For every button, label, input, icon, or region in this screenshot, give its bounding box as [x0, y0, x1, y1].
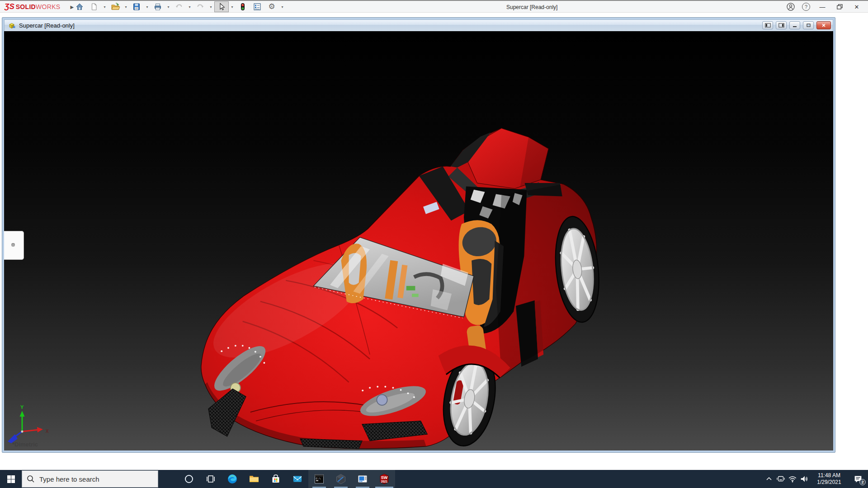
chevron-up-icon: [764, 474, 774, 483]
select-cursor-icon: [217, 2, 226, 11]
taskbar-search[interactable]: [22, 470, 158, 488]
open-folder-icon: [110, 2, 120, 11]
taskbar-cortana-button[interactable]: [178, 470, 200, 488]
quick-access-toolbar: ▾ ▾ ▾: [72, 1, 286, 13]
start-button[interactable]: [0, 470, 22, 488]
taskbar-command-prompt-button[interactable]: C:\: [308, 470, 330, 488]
options-dropdown[interactable]: ▾: [279, 1, 286, 12]
undo-button[interactable]: [172, 1, 186, 12]
document-window-controls: ✕: [762, 21, 831, 29]
taskbar-store-button[interactable]: [265, 470, 287, 488]
taskbar-solidworks-button[interactable]: SW 2021: [373, 470, 395, 488]
account-icon: [786, 2, 795, 11]
tray-volume-button[interactable]: [798, 470, 810, 488]
microsoft-store-icon: [271, 474, 281, 484]
view-orientation-label: *Dimetric: [12, 441, 38, 448]
orientation-triad: Y X: [8, 404, 49, 443]
taskbar-apps: C:\: [178, 470, 395, 488]
clock-date: 1/29/2021: [813, 479, 845, 486]
graphics-viewport[interactable]: Y X *Dimetric: [4, 31, 833, 450]
document-titlebar[interactable]: Supercar [Read-only]: [4, 19, 833, 31]
notification-count-badge: 2: [859, 479, 866, 485]
speaker-icon: [799, 474, 809, 484]
taskbar-file-explorer-button[interactable]: [243, 470, 265, 488]
taskbar-mail-button[interactable]: [287, 470, 308, 488]
search-icon: [27, 475, 35, 483]
tray-chevron-button[interactable]: [763, 470, 775, 488]
windows-logo-icon: [7, 475, 15, 483]
print-dropdown[interactable]: ▾: [165, 1, 172, 12]
taskbar-remote-desktop-button[interactable]: [352, 470, 373, 488]
property-sheet-button[interactable]: [250, 1, 264, 12]
triad-y-label: Y: [20, 404, 24, 410]
pane-handle-grip-icon: [11, 243, 15, 247]
redo-icon: [196, 2, 205, 11]
taskbar-edrawings-button[interactable]: [330, 470, 352, 488]
open-button[interactable]: [108, 1, 123, 12]
document-title: Supercar [Read-only]: [19, 22, 75, 29]
remote-desktop-icon: [357, 474, 368, 484]
search-input[interactable]: [39, 475, 148, 483]
windows-taskbar: C:\: [0, 470, 868, 488]
taskbar-clock[interactable]: 11:48 AM 1/29/2021: [813, 472, 845, 486]
restore-button[interactable]: [831, 1, 848, 13]
assembly-document-icon[interactable]: [8, 22, 16, 29]
app-window-title: Supercar [Read-only]: [506, 4, 557, 10]
taskbar-task-view-button[interactable]: [200, 470, 222, 488]
solidworks-2021-icon: SW 2021: [378, 473, 390, 485]
cortana-icon: [184, 474, 194, 484]
pane-right-button[interactable]: [776, 21, 787, 29]
undo-dropdown[interactable]: ▾: [186, 1, 193, 12]
new-document-button[interactable]: [87, 1, 101, 12]
action-center-button[interactable]: 2: [848, 470, 868, 488]
file-explorer-icon: [249, 474, 259, 484]
restore-icon: [806, 23, 811, 28]
print-button[interactable]: [151, 1, 165, 12]
taskbar-edge-button[interactable]: [222, 470, 243, 488]
solidworks-logo: ƷS SOLID WORKS ▶: [5, 1, 74, 13]
select-tool-dropdown[interactable]: ▾: [229, 1, 236, 12]
pane-left-button[interactable]: [762, 21, 773, 29]
save-icon: [132, 2, 141, 11]
clock-time: 11:48 AM: [813, 472, 845, 479]
tray-wifi-button[interactable]: [787, 470, 798, 488]
app-titlebar[interactable]: ƷS SOLID WORKS ▶ ▾: [0, 0, 868, 13]
minimize-icon: [793, 23, 797, 28]
pane-right-icon: [778, 23, 784, 28]
minimize-button[interactable]: —: [814, 1, 831, 13]
new-document-dropdown[interactable]: ▾: [101, 1, 108, 12]
select-tool-button[interactable]: [214, 1, 229, 12]
tray-device-button[interactable]: [775, 470, 787, 488]
redo-dropdown[interactable]: ▾: [208, 1, 214, 12]
document-close-button[interactable]: ✕: [816, 21, 831, 29]
open-dropdown[interactable]: ▾: [123, 1, 129, 12]
rebuild-indicator-button[interactable]: [236, 1, 250, 12]
task-view-icon: [206, 474, 216, 484]
save-dropdown[interactable]: ▾: [144, 1, 151, 12]
redo-button[interactable]: [193, 1, 208, 12]
close-button[interactable]: ✕: [848, 1, 865, 13]
wifi-icon: [788, 474, 797, 484]
save-button[interactable]: [129, 1, 144, 12]
help-icon: ?: [802, 3, 810, 11]
traffic-light-icon: [238, 2, 247, 11]
restore-icon: [837, 4, 843, 9]
undo-icon: [175, 2, 184, 11]
document-minimize-button[interactable]: [789, 21, 800, 29]
mail-icon: [292, 474, 303, 484]
help-button[interactable]: ?: [798, 1, 814, 12]
system-tray: 11:48 AM 1/29/2021 2: [763, 470, 868, 488]
edge-icon: [227, 474, 238, 484]
gear-icon: ⚙: [268, 2, 275, 11]
feature-pane-handle[interactable]: [4, 231, 24, 260]
command-prompt-icon: C:\: [314, 474, 325, 484]
document-restore-button[interactable]: [803, 21, 814, 29]
options-button[interactable]: ⚙: [264, 1, 279, 12]
sw-letters: SW: [381, 475, 388, 480]
edrawings-hexagon-icon: [335, 474, 346, 484]
ds-logo-icon: ƷS: [5, 2, 14, 11]
home-button[interactable]: [72, 1, 87, 12]
pane-left-icon: [765, 23, 771, 28]
account-button[interactable]: [783, 1, 798, 12]
new-document-icon: [90, 2, 99, 11]
